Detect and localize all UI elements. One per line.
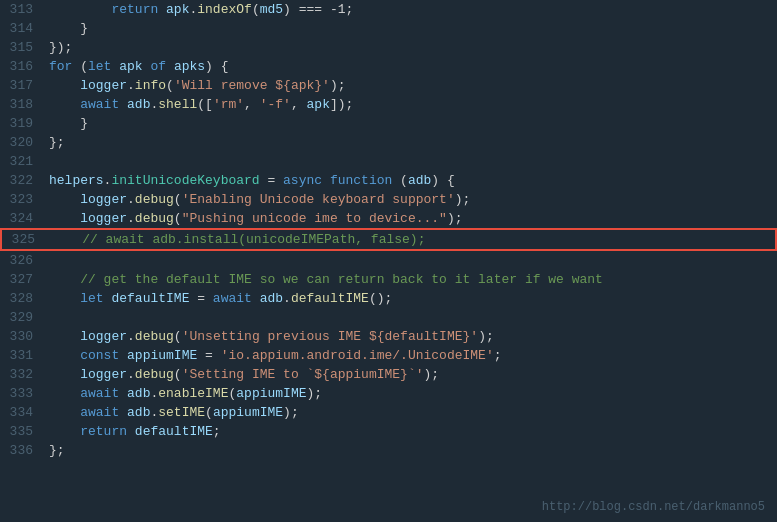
- code-line: 315});: [0, 38, 777, 57]
- line-number: 324: [0, 209, 45, 228]
- line-content: for (let apk of apks) {: [45, 57, 777, 76]
- line-number: 334: [0, 403, 45, 422]
- line-content: logger.debug('Enabling Unicode keyboard …: [45, 190, 777, 209]
- line-content: helpers.initUnicodeKeyboard = async func…: [45, 171, 777, 190]
- code-line: 336};: [0, 441, 777, 460]
- code-editor: 313 return apk.indexOf(md5) === -1;314 }…: [0, 0, 777, 522]
- line-content: return apk.indexOf(md5) === -1;: [45, 0, 777, 19]
- line-content: // get the default IME so we can return …: [45, 270, 777, 289]
- line-number: 325: [2, 230, 47, 249]
- code-line: 335 return defaultIME;: [0, 422, 777, 441]
- line-number: 329: [0, 308, 45, 327]
- code-line: 314 }: [0, 19, 777, 38]
- line-content: return defaultIME;: [45, 422, 777, 441]
- watermark: http://blog.csdn.net/darkmanno5: [542, 500, 765, 514]
- line-number: 318: [0, 95, 45, 114]
- line-content: logger.debug("Pushing unicode ime to dev…: [45, 209, 777, 228]
- code-line: 321: [0, 152, 777, 171]
- code-line: 327 // get the default IME so we can ret…: [0, 270, 777, 289]
- code-line: 326: [0, 251, 777, 270]
- line-content: logger.debug('Unsetting previous IME ${d…: [45, 327, 777, 346]
- line-number: 330: [0, 327, 45, 346]
- line-number: 317: [0, 76, 45, 95]
- line-number: 326: [0, 251, 45, 270]
- line-content: let defaultIME = await adb.defaultIME();: [45, 289, 777, 308]
- line-content: const appiumIME = 'io.appium.android.ime…: [45, 346, 777, 365]
- line-content: await adb.setIME(appiumIME);: [45, 403, 777, 422]
- line-content: };: [45, 441, 777, 460]
- line-number: 335: [0, 422, 45, 441]
- line-number: 328: [0, 289, 45, 308]
- code-line: 322helpers.initUnicodeKeyboard = async f…: [0, 171, 777, 190]
- code-line: 316for (let apk of apks) {: [0, 57, 777, 76]
- code-line: 323 logger.debug('Enabling Unicode keybo…: [0, 190, 777, 209]
- line-number: 332: [0, 365, 45, 384]
- line-content: logger.info('Will remove ${apk}');: [45, 76, 777, 95]
- line-number: 314: [0, 19, 45, 38]
- line-content: await adb.enableIME(appiumIME);: [45, 384, 777, 403]
- code-line: 313 return apk.indexOf(md5) === -1;: [0, 0, 777, 19]
- line-content: logger.debug('Setting IME to `${appiumIM…: [45, 365, 777, 384]
- code-line: 319 }: [0, 114, 777, 133]
- line-number: 316: [0, 57, 45, 76]
- code-line: 333 await adb.enableIME(appiumIME);: [0, 384, 777, 403]
- code-line: 324 logger.debug("Pushing unicode ime to…: [0, 209, 777, 228]
- line-content: };: [45, 133, 777, 152]
- line-number: 320: [0, 133, 45, 152]
- code-line: 328 let defaultIME = await adb.defaultIM…: [0, 289, 777, 308]
- line-content: });: [45, 38, 777, 57]
- line-number: 315: [0, 38, 45, 57]
- line-number: 313: [0, 0, 45, 19]
- code-line: 332 logger.debug('Setting IME to `${appi…: [0, 365, 777, 384]
- code-line: 318 await adb.shell(['rm', '-f', apk]);: [0, 95, 777, 114]
- line-number: 321: [0, 152, 45, 171]
- line-number: 322: [0, 171, 45, 190]
- code-line: 320};: [0, 133, 777, 152]
- code-line: 325 // await adb.install(unicodeIMEPath,…: [0, 228, 777, 251]
- line-content: }: [45, 114, 777, 133]
- line-number: 327: [0, 270, 45, 289]
- code-line: 317 logger.info('Will remove ${apk}');: [0, 76, 777, 95]
- code-line: 331 const appiumIME = 'io.appium.android…: [0, 346, 777, 365]
- line-content: await adb.shell(['rm', '-f', apk]);: [45, 95, 777, 114]
- code-line: 329: [0, 308, 777, 327]
- line-content: }: [45, 19, 777, 38]
- line-number: 319: [0, 114, 45, 133]
- line-number: 323: [0, 190, 45, 209]
- line-number: 336: [0, 441, 45, 460]
- line-content: // await adb.install(unicodeIMEPath, fal…: [47, 230, 775, 249]
- code-line: 330 logger.debug('Unsetting previous IME…: [0, 327, 777, 346]
- code-line: 334 await adb.setIME(appiumIME);: [0, 403, 777, 422]
- line-number: 331: [0, 346, 45, 365]
- line-number: 333: [0, 384, 45, 403]
